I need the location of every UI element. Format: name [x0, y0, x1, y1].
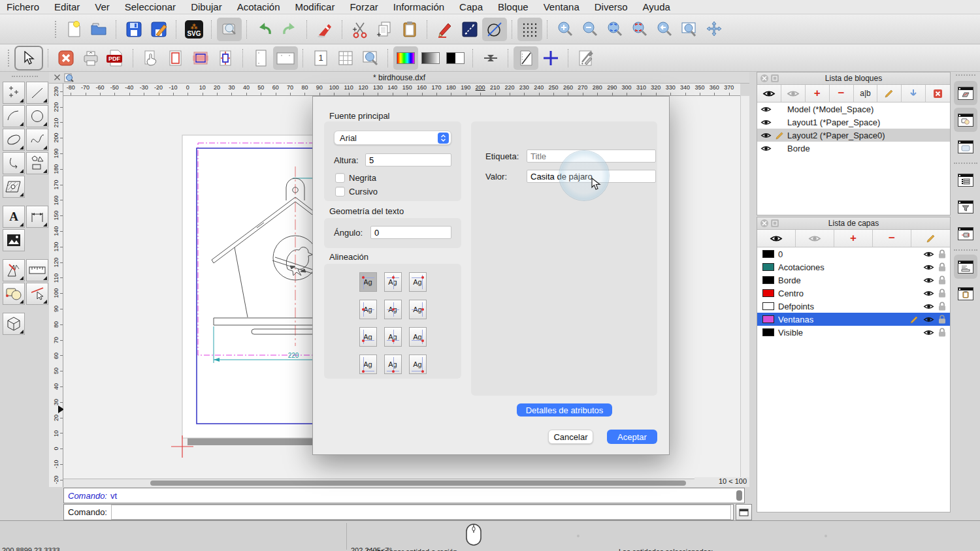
alignment-option-button[interactable]: Ag — [359, 300, 377, 319]
fit-to-page-button[interactable] — [213, 46, 238, 70]
cut-button[interactable] — [348, 18, 372, 41]
new-file-button[interactable] — [61, 18, 86, 41]
alignment-option-button[interactable]: Ag — [409, 272, 427, 292]
toolbar-drag-handle[interactable] — [8, 50, 10, 67]
menu-item[interactable]: Dibujar — [191, 1, 222, 12]
alignment-option-button[interactable]: Ag — [409, 354, 427, 374]
add-layer-button[interactable]: + — [834, 230, 873, 247]
height-input[interactable] — [365, 153, 451, 166]
alignment-option-button[interactable]: Ag — [384, 272, 402, 292]
measure-tool-button[interactable] — [26, 259, 48, 281]
menu-item[interactable]: Diverso — [595, 1, 628, 12]
zoom-in-button[interactable] — [553, 18, 578, 41]
layer-lock-icon[interactable] — [938, 276, 946, 285]
layer-lock-icon[interactable] — [938, 262, 946, 272]
toggle-block-list-button[interactable] — [954, 81, 977, 105]
menu-item[interactable]: Bloque — [498, 1, 529, 12]
line-tool-button[interactable] — [26, 82, 48, 104]
viewport-overlay-button[interactable] — [188, 46, 213, 70]
layer-row[interactable]: Defpoints — [757, 300, 950, 313]
command-options-button[interactable] — [736, 504, 752, 520]
edit-pencil-button[interactable] — [433, 18, 457, 41]
edit-block-button[interactable] — [877, 85, 902, 102]
layer-visibility-eye-icon[interactable] — [923, 277, 934, 284]
menu-item[interactable]: Ver — [95, 1, 110, 12]
layer-row[interactable]: Visible — [757, 326, 950, 339]
menu-item[interactable]: Acotación — [237, 1, 280, 12]
alignment-option-button[interactable]: Ag — [384, 354, 402, 374]
delete-eraser-button[interactable] — [312, 18, 337, 41]
layer-lock-icon[interactable] — [938, 249, 946, 259]
purge-block-button[interactable] — [926, 85, 950, 102]
dimension-tool-button[interactable] — [26, 206, 48, 228]
redo-button[interactable] — [277, 18, 302, 41]
full-color-mode-button[interactable] — [393, 46, 418, 70]
block-visibility-eye-icon[interactable] — [757, 145, 774, 152]
layer-lock-icon[interactable] — [938, 315, 946, 324]
save-button[interactable] — [122, 18, 146, 41]
menu-item[interactable]: Forzar — [350, 1, 378, 12]
palette-drag-handle[interactable] — [12, 76, 38, 78]
layer-row[interactable]: Borde — [757, 274, 950, 287]
zoom-previous-button[interactable] — [652, 18, 677, 41]
landscape-orientation-button[interactable] — [273, 46, 298, 70]
modify-snap-button[interactable] — [26, 283, 48, 305]
layer-row[interactable]: Ventanas — [757, 313, 950, 326]
layer-lock-icon[interactable] — [938, 302, 946, 311]
draft-mode-button[interactable] — [514, 46, 538, 70]
shape-tool-button[interactable] — [26, 152, 48, 174]
show-all-layers-button[interactable] — [757, 230, 796, 247]
move-paper-button[interactable] — [139, 46, 163, 70]
pdf-export-button[interactable]: PDF — [103, 46, 128, 70]
menu-item[interactable]: Información — [393, 1, 444, 12]
menu-item[interactable]: Ventana — [544, 1, 580, 12]
command-input[interactable] — [111, 505, 731, 520]
lineweight-scale-button[interactable] — [478, 46, 503, 70]
block-visibility-eye-icon[interactable] — [757, 106, 774, 113]
toggle-view-button[interactable] — [954, 221, 977, 245]
svg-export-button[interactable]: ⁂ SVG — [182, 18, 206, 41]
layer-lock-icon[interactable] — [938, 328, 946, 337]
alignment-option-button[interactable]: Ag — [384, 327, 402, 347]
copy-button[interactable] — [372, 18, 397, 41]
grayscale-mode-button[interactable] — [418, 46, 443, 70]
toggle-library-browser-button[interactable] — [954, 108, 977, 132]
block-row[interactable]: Layout2 (*Paper_Space0) — [757, 129, 950, 142]
remove-layer-button[interactable]: − — [873, 230, 911, 247]
add-block-button[interactable]: + — [806, 85, 830, 102]
layer-visibility-eye-icon[interactable] — [923, 290, 934, 297]
alignment-option-button[interactable]: Ag — [409, 300, 427, 319]
spline-tool-button[interactable] — [26, 129, 48, 151]
menu-item[interactable]: Modificar — [295, 1, 335, 12]
toggle-property-editor-button[interactable] — [954, 281, 977, 306]
remove-block-button[interactable]: − — [830, 85, 854, 102]
toggle-layer-list-button[interactable] — [954, 168, 977, 192]
attribute-details-button[interactable]: Detalles de atributos — [517, 403, 612, 417]
toggle-selection-filter-button[interactable] — [954, 195, 977, 219]
point-tool-button[interactable] — [3, 82, 25, 104]
construction-tools-button[interactable] — [3, 259, 25, 281]
italic-checkbox[interactable] — [335, 187, 345, 197]
pan-button[interactable] — [702, 18, 727, 41]
show-all-blocks-button[interactable] — [757, 85, 781, 102]
single-page-button[interactable]: 1 — [308, 46, 333, 70]
block-visibility-eye-icon[interactable] — [757, 132, 774, 139]
blackwhite-mode-button[interactable] — [443, 46, 468, 70]
alignment-option-button[interactable]: Ag — [384, 300, 402, 319]
cancel-button[interactable]: Cancelar — [548, 430, 593, 444]
menu-item[interactable]: Fichero — [7, 1, 39, 12]
circle-tool-button[interactable] — [26, 105, 48, 127]
hide-all-layers-button[interactable] — [796, 230, 834, 247]
layer-lock-icon[interactable] — [938, 289, 946, 298]
distance-info-button[interactable] — [457, 18, 482, 41]
block-row[interactable]: Layout1 (*Paper_Space) — [757, 116, 950, 129]
block-row[interactable]: Model (*Model_Space) — [757, 102, 950, 116]
insert-block-button[interactable] — [902, 85, 926, 102]
block-row[interactable]: Borde — [757, 142, 950, 155]
polyline-tool-button[interactable] — [3, 152, 25, 174]
horizontal-scrollbar[interactable] — [63, 479, 740, 487]
layer-row[interactable]: 0 — [757, 247, 950, 260]
layer-visibility-eye-icon[interactable] — [923, 303, 934, 310]
arc-tool-button[interactable] — [3, 105, 25, 127]
zoom-out-button[interactable] — [578, 18, 602, 41]
